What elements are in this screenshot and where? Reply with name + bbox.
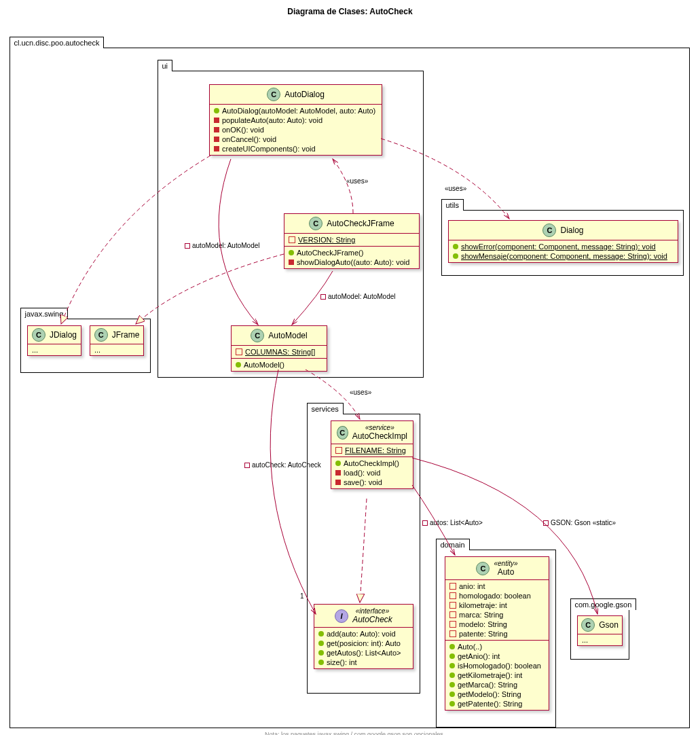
member: Auto(..) [449,642,545,651]
member-text: kilometraje: int [459,601,507,609]
member-text: AutoCheckJFrame() [297,249,363,257]
class-icon: C [337,426,348,440]
member-text: populateAuto(auto: Auto): void [222,116,323,124]
class-AutoModel: C AutoModel COLUMNAS: String[] AutoModel… [231,325,327,372]
class-Gson: C Gson ... [577,615,623,646]
class-name: AutoCheck [352,615,392,624]
visibility-icon [335,461,341,466]
visibility-icon [318,660,324,665]
member-text: modelo: String [459,620,507,628]
class-icon: C [581,618,595,632]
stereotype: «interface» [352,607,392,615]
class-icon: C [94,328,108,342]
class-name: AutoCheckImpl [352,431,407,441]
package-gson-label: com.google.gson [570,598,637,610]
class-AutoCheckImpl: C «service» AutoCheckImpl FILENAME: Stri… [331,420,413,489]
package-ui-label: ui [158,60,173,71]
label-autoModel-1: autoModel: AutoModel [185,242,260,249]
visibility-icon [289,236,295,243]
visibility-icon [214,137,219,142]
visibility-icon [335,480,341,485]
label-autoCheck: autoCheck: AutoCheck [244,461,321,469]
member: onCancel(): void [214,135,377,144]
member: isHomologado(): boolean [449,661,545,670]
visibility-icon [289,250,294,255]
class-name: JDialog [50,330,77,340]
member-text: getPatente(): String [458,700,522,708]
visibility-icon [449,663,455,668]
ellipsis: ... [94,346,100,354]
visibility-icon [449,602,456,609]
package-swing-label: javax.swing [20,308,69,319]
member-text: COLUMNAS: String[] [245,348,315,356]
member: AutoDialog(autoModel: AutoModel, auto: A… [214,106,377,115]
member-text: getMarca(): String [458,681,517,689]
member: VERSION: String [289,235,415,245]
visibility-icon [449,692,455,697]
member-text: createUIComponents(): void [222,145,316,153]
class-icon: C [251,329,264,342]
member-text: getModelo(): String [458,690,521,698]
visibility-icon [449,592,456,599]
member: COLUMNAS: String[] [236,347,323,357]
member: createUIComponents(): void [214,144,377,154]
class-Auto: C «entity» Auto anio: inthomologado: boo… [445,556,549,711]
class-icon: C [542,223,556,237]
visibility-icon [449,701,455,706]
member: getMarca(): String [449,680,545,689]
visibility-icon [318,650,324,656]
member: get(posicion: int): Auto [318,639,409,648]
member: size(): int [318,658,409,667]
member-text: size(): int [327,658,357,666]
diagram-title: Diagrama de Clases: AutoCheck [7,7,693,16]
class-icon: C [476,562,490,575]
class-name: AutoCheckJFrame [327,219,394,228]
stereotype: «service» [352,424,407,431]
footer-note: Nota: los paquetes javax.swing / com.goo… [265,731,443,735]
member-text: Auto(..) [458,643,482,651]
visibility-icon [236,362,241,368]
package-domain-label: domain [436,539,470,550]
member: save(): void [335,478,409,487]
member: marca: String [449,610,545,620]
label-autoModel-2: autoModel: AutoModel [320,293,396,300]
class-AutoDialog: C AutoDialog AutoDialog(autoModel: AutoM… [209,84,382,156]
visibility-icon [449,653,455,659]
package-utils-label: utils [441,199,464,211]
member: anio: int [449,581,545,591]
member-text: getKilometraje(): int [458,671,522,679]
member-text: AutoModel() [244,361,284,369]
member: getAutos(): List<Auto> [318,648,409,658]
class-JDialog: C JDialog ... [27,325,81,356]
interface-icon: I [335,609,348,623]
member-text: FILENAME: String [345,446,406,454]
ellipsis: ... [32,346,38,354]
visibility-icon [289,259,294,265]
member-text: showMensaje(component: Component, messag… [461,252,667,260]
visibility-icon [449,621,456,628]
member: AutoCheckJFrame() [289,248,415,257]
visibility-icon [318,631,324,637]
member-text: homologado: boolean [459,592,531,600]
member: AutoCheckImpl() [335,459,409,468]
label-gson: GSON: Gson «static» [543,519,616,526]
member: load(): void [335,468,409,478]
member-text: showDialogAuto((auto: Auto): void [297,258,409,266]
visibility-icon [236,348,242,355]
member: modelo: String [449,620,545,629]
member-text: anio: int [459,582,485,590]
class-name: Auto [498,567,515,577]
class-JFrame: C JFrame ... [90,325,144,356]
member: getKilometraje(): int [449,670,545,680]
package-services-label: services [307,403,344,414]
class-name: AutoModel [268,331,307,340]
visibility-icon [449,630,456,637]
class-name: JFrame [112,330,140,340]
member-text: getAnio(): int [458,652,500,660]
visibility-icon [335,470,341,476]
member: getModelo(): String [449,689,545,699]
member: showError(component: Component, message:… [453,242,674,251]
visibility-icon [335,447,342,454]
member: add(auto: Auto): void [318,629,409,639]
canvas: cl.ucn.disc.poo.autocheck ui utils javax… [7,23,693,735]
